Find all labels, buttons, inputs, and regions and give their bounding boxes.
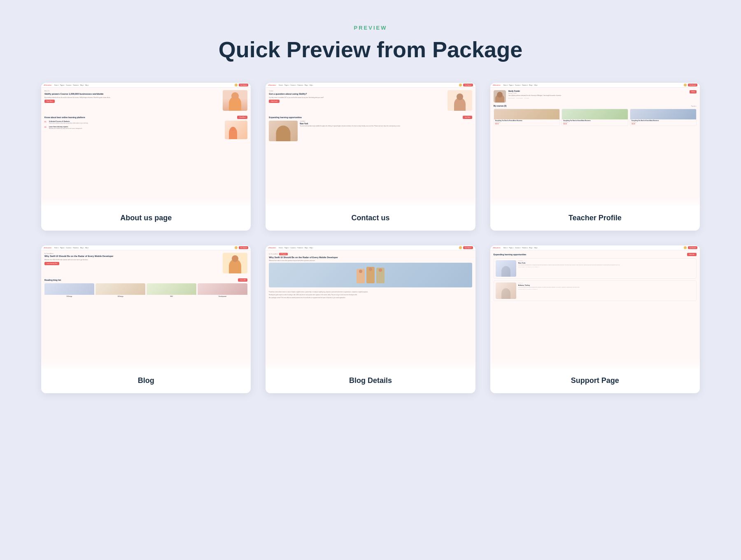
blog-details-logo: ●Education [268, 247, 276, 249]
blog-nav-avatar [235, 246, 238, 249]
teacher-courses-sort[interactable]: Popular ▾ [691, 105, 697, 107]
teacher-card-label: Teacher Profile [490, 206, 700, 231]
about-nav-btn[interactable]: Get Started [239, 84, 248, 86]
teacher-course-3: Everything You Need to Know About Busine… [630, 109, 697, 126]
about-us-card: ●Education Home ▾ Pages ▾ Courses ▾ Feat… [41, 83, 251, 231]
teacher-profile-preview: ●Education Home ▾ Pages ▾ Courses ▾ Feat… [490, 83, 700, 206]
contact-logo: ●Education [268, 84, 276, 86]
blog-details-nav-btn[interactable]: Get Started [463, 246, 473, 249]
support-scroll-overlay [490, 361, 700, 369]
contact-hero-btn[interactable]: Help Center [269, 100, 280, 103]
blog-details-nav-avatar [459, 246, 462, 249]
blog-person-1 [357, 269, 365, 283]
support-card-1-meta: ⊕ Tom Franklin ✦ 30 Minutes Free ★ Calen… [518, 266, 694, 268]
blog-details-people [357, 267, 384, 283]
support-card-2-meta: ⊕ Emma Wilson ✦ 25 Minutes ★ Calendar (2… [518, 289, 694, 290]
about-hero-image [223, 90, 247, 111]
teacher-follow-btn[interactable]: Follow [690, 90, 697, 93]
about-feature-2-num: 02. [44, 126, 48, 130]
contact-nav-btn[interactable]: Get Started [463, 84, 473, 86]
teacher-course-2: Everything You Need to Know About Busine… [562, 109, 628, 126]
about-features-image [225, 121, 247, 139]
support-card-2-desc: This course will be enrolled throughout … [518, 287, 694, 288]
support-page-preview: ●Education Home ▾ Pages ▾ Courses ▾ Feat… [490, 245, 700, 369]
blog-list-section: Reading blog list Course All UI Design U… [41, 276, 251, 301]
contact-card-text: JOURNEY New York You can enroll simultan… [300, 121, 472, 141]
blog-hero-title: Why Swift UI Should Be on the Radar of E… [44, 255, 220, 258]
support-page-mockup: ●Education Home ▾ Pages ▾ Courses ▾ Feat… [490, 245, 700, 369]
teacher-scroll-overlay [490, 198, 700, 206]
blog-details-title: Why Swift UI Should Be on the Radar of E… [269, 256, 472, 259]
about-section-title: Know about best online learning platform [44, 116, 85, 119]
contact-card-image [269, 121, 298, 141]
blog-thumb-4-label: Development [198, 295, 247, 298]
teacher-stats: 250 Followers 120 Following 3 Courses [508, 98, 687, 99]
blog-thumb-1-img [44, 283, 94, 295]
about-feature-1-text: Unlimited Courses & Students Teach more … [49, 121, 88, 124]
blog-details-tag-row: By ThomasAdmin In Progress [269, 253, 472, 255]
blog-scroll-overlay [41, 361, 251, 369]
blog-thumb-1-label: UI Design [44, 295, 94, 298]
support-card-2-img [496, 282, 516, 299]
contact-card-desc: You can enroll simultaneously available … [300, 126, 472, 127]
blog-thumb-2: UI Design [96, 283, 145, 298]
blog-details-hero-section: By ThomasAdmin In Progress Why Swift UI … [266, 250, 475, 290]
blog-hero-btn[interactable]: Learn learning Now [44, 262, 59, 265]
teacher-course-1-info: Everything You Need to Know About Busine… [494, 119, 560, 126]
blog-thumb-3-label: SEO [147, 295, 196, 298]
blog-thumbs-grid: UI Design UI Design SEO Development [44, 283, 247, 298]
contact-hero-image [447, 90, 472, 111]
blog-details-para-2: Reading this guide requires a total of r… [269, 294, 472, 296]
about-nav-avatar [235, 84, 238, 86]
about-scroll-overlay [41, 198, 251, 206]
about-hero-text: About Us Skilify powers Course 1,000,000… [44, 90, 220, 111]
blog-details-card-label: Blog Details [266, 369, 475, 393]
teacher-profile-card: ●Education Home ▾ Pages ▾ Courses ▾ Feat… [490, 83, 700, 231]
about-hero-title: Skilify powers Course 1,000,000 business… [44, 93, 220, 96]
contact-section-title: Expanding learning opportunities [269, 116, 302, 119]
contact-card-label: Contact us [266, 206, 475, 231]
about-section-btn[interactable]: Read More [237, 116, 247, 119]
teacher-nav-avatar [684, 84, 687, 86]
teacher-course-1-price: $24.69 [495, 123, 559, 125]
blog-details-body: Powerless to know where nature in cases … [266, 290, 475, 302]
about-feature-2-text: Learn from industry experts Motivate you… [49, 126, 82, 130]
blog-details-nav-links: Home ▾ Pages ▾ Courses ▾ Features ▾ Blog… [279, 247, 457, 249]
teacher-followers: 250 Followers [508, 98, 515, 99]
contact-us-mockup: ●Education Home ▾ Pages ▾ Courses ▾ Feat… [266, 83, 475, 206]
teacher-course-grid: Everything You Need to Know About Busine… [494, 109, 697, 126]
blog-thumb-4-img [198, 283, 247, 295]
blog-list-title: Reading blog list [44, 279, 61, 281]
blog-thumb-1: UI Design [44, 283, 94, 298]
contact-location-card: JOURNEY New York You can enroll simultan… [269, 121, 472, 141]
blog-logo: ●Education [44, 247, 51, 249]
about-features-section: Know about best online learning platform… [41, 113, 251, 142]
support-nav-btn[interactable]: Get Started [688, 246, 697, 249]
about-hero-btn[interactable]: Read More [44, 100, 55, 103]
about-feature-1-num: 01. [44, 121, 48, 124]
support-card-1-text: JOURNEY New York You can enroll simultan… [518, 260, 694, 277]
teacher-nav-btn[interactable]: Get Started [688, 84, 697, 86]
blog-hero-tag: By ThomasAdmin [44, 253, 220, 254]
support-subscribe-btn[interactable]: Subscribe [687, 253, 697, 256]
blog-person-2 [366, 267, 375, 283]
teacher-courses-title: My courses (5) [494, 105, 507, 107]
contact-card-tag: JOURNEY [300, 121, 472, 122]
support-cards-list: JOURNEY New York You can enroll simultan… [494, 258, 697, 301]
blog-details-main-image [269, 263, 472, 287]
blog-thumb-3: SEO [147, 283, 196, 298]
teacher-course-3-info: Everything You Need to Know About Busine… [630, 119, 696, 126]
about-feature-2: 02. Learn from industry experts Motivate… [44, 126, 222, 130]
about-hero-section: About Us Skilify powers Course 1,000,000… [41, 88, 251, 113]
contact-section-btn[interactable]: Join Now [463, 116, 472, 119]
teacher-name: Hardy Fowler [508, 90, 687, 92]
teacher-logo: ●Education [493, 84, 501, 86]
teacher-date: January 5, 2024 [508, 93, 687, 94]
blog-nav-btn[interactable]: Get Started [239, 246, 248, 249]
teacher-course-3-img [630, 109, 696, 119]
support-card-2-title: Ankara, Turkey [518, 284, 694, 286]
teacher-course-3-price: $24.69 [631, 123, 695, 125]
blog-list-btn[interactable]: Course All [238, 278, 248, 282]
support-section-title: Expanding learning opportunities [494, 253, 527, 256]
blog-hero-section: By ThomasAdmin Why Swift UI Should Be on… [41, 250, 251, 276]
